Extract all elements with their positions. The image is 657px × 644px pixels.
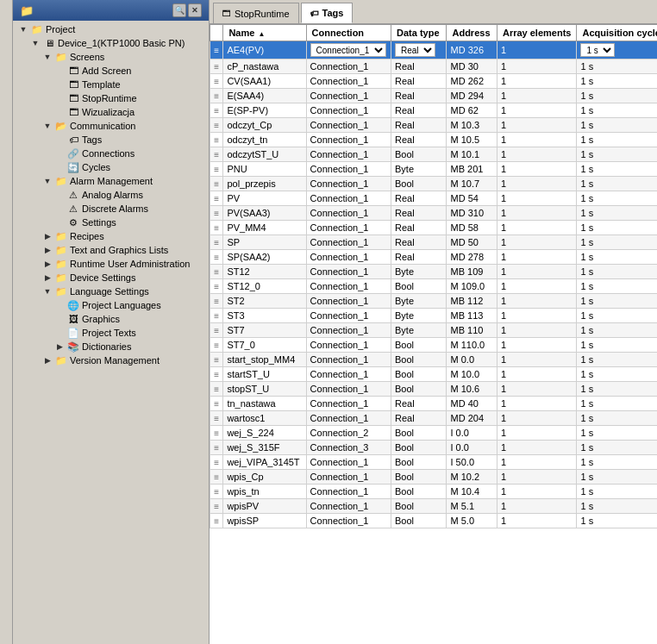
sidebar-item-template[interactable]: 🗔Template (13, 78, 209, 91)
table-row[interactable]: ≡wpisSPConnection_1BoolM 5.011 s (210, 514, 658, 528)
cell-acquisition-cycle: 1 s (577, 323, 657, 338)
table-row[interactable]: ≡wartosc1Connection_1RealMD 20411 s (210, 411, 658, 426)
sidebar-item-runtime-user-admin[interactable]: ▶📁Runtime User Administration (13, 257, 209, 271)
sidebar-item-project-texts[interactable]: 📄Project Texts (13, 326, 209, 340)
table-row[interactable]: ≡E(SAA4)Connection_1RealMD 29411 s (210, 89, 658, 103)
table-row[interactable]: ≡PVConnection_1RealMD 5411 s (210, 191, 658, 206)
col-header-connection[interactable]: Connection (306, 25, 391, 41)
table-row[interactable]: ≡wpis_tnConnection_1BoolM 10.411 s (210, 485, 658, 499)
sidebar-item-screens[interactable]: ▼📁Screens (13, 50, 209, 64)
table-row[interactable]: ≡pol_przepisConnection_1BoolM 10.711 s (210, 177, 658, 191)
cell-acquisition-cycle[interactable]: 1 s (577, 41, 657, 59)
expander-alarm-settings (53, 216, 66, 228)
sidebar-item-analog-alarms[interactable]: ⚠Analog Alarms (13, 188, 209, 202)
table-row[interactable]: ≡ST7_0Connection_1BoolM 110.011 s (210, 338, 658, 353)
table-row[interactable]: ≡stopST_UConnection_1BoolM 10.611 s (210, 382, 658, 397)
expander-language-settings[interactable]: ▼ (41, 285, 54, 297)
expander-dictionaries[interactable]: ▶ (53, 341, 66, 353)
expander-runtime-user-admin[interactable]: ▶ (41, 258, 54, 270)
sidebar-item-tags[interactable]: 🏷Tags (13, 133, 209, 147)
table-row[interactable]: ≡startST_UConnection_1BoolM 10.011 s (210, 367, 658, 382)
expander-device1[interactable]: ▼ (28, 37, 42, 49)
sidebar-item-language-settings[interactable]: ▼📁Language Settings (13, 284, 209, 298)
col-header-icon-col[interactable] (210, 25, 223, 41)
table-row[interactable]: ≡wej_S_315FConnection_3BoolI 0.011 s (210, 441, 658, 455)
sidebar-item-communication[interactable]: ▼📂Communication (13, 119, 209, 133)
table-row[interactable]: ≡odczyt_tnConnection_1RealM 10.511 s (210, 133, 658, 147)
table-row[interactable]: ≡PV(SAA3)Connection_1RealMD 31011 s (210, 206, 658, 221)
cell-connection[interactable]: Connection_1 (306, 41, 391, 59)
table-row[interactable]: ≡cP_nastawaConnection_1RealMD 3011 s (210, 59, 658, 74)
sidebar-item-alarm-settings[interactable]: ⚙Settings (13, 216, 209, 229)
table-row[interactable]: ≡wej_S_224Connection_2BoolI 0.011 s (210, 426, 658, 441)
cell-data-type[interactable]: Real (391, 41, 447, 59)
sidebar-item-stopruntime[interactable]: 🗔StopRuntime (13, 91, 209, 105)
sidebar-item-dictionaries[interactable]: ▶📚Dictionaries (13, 340, 209, 353)
table-row[interactable]: ≡AE4(PV)Connection_1RealMD 32611 s (210, 41, 658, 59)
sidebar-item-device-settings[interactable]: ▶📁Device Settings (13, 271, 209, 284)
col-header-data-type[interactable]: Data type (391, 25, 447, 41)
table-row[interactable]: ≡ST2Connection_1ByteMB 11211 s (210, 294, 658, 309)
tab-tags-tab[interactable]: 🏷Tags (301, 3, 354, 23)
table-row[interactable]: ≡wpis_CpConnection_1BoolM 10.211 s (210, 470, 658, 485)
sidebar-item-project-languages[interactable]: 🌐Project Languages (13, 298, 209, 312)
expander-text-graphics-lists[interactable]: ▶ (41, 244, 54, 256)
expander-version-management[interactable]: ▶ (41, 354, 54, 366)
table-row[interactable]: ≡wpisPVConnection_1BoolM 5.111 s (210, 499, 658, 514)
table-row[interactable]: ≡ST7Connection_1ByteMB 11011 s (210, 323, 658, 338)
cell-name: odczytST_U (223, 147, 306, 162)
table-row[interactable]: ≡SPConnection_1RealMD 5011 s (210, 235, 658, 250)
col-header-array-elements[interactable]: Array elements (497, 25, 577, 41)
col-header-address[interactable]: Address (447, 25, 497, 41)
sidebar-item-add-screen[interactable]: 🗔Add Screen (13, 64, 209, 78)
cell-array-elements: 1 (497, 426, 577, 441)
sidebar-item-cycles[interactable]: 🔄Cycles (13, 160, 209, 174)
sidebar-item-graphics[interactable]: 🖼Graphics (13, 312, 209, 326)
col-header-acquisition-cycle[interactable]: Acquisition cycle (577, 25, 657, 41)
sidebar-item-device1[interactable]: ▼🖥Device_1(KTP1000 Basic PN) (13, 36, 209, 50)
data-type-select[interactable]: Real (395, 43, 435, 57)
table-row[interactable]: ≡ST12_0Connection_1BoolM 109.011 s (210, 279, 658, 294)
table-row[interactable]: ≡odczyt_CpConnection_1RealM 10.311 s (210, 118, 658, 133)
expander-alarm-management[interactable]: ▼ (41, 175, 54, 187)
table-row[interactable]: ≡ST12Connection_1ByteMB 10911 s (210, 265, 658, 279)
acquisition-cycle-select[interactable]: 1 s (580, 43, 615, 57)
sidebar-item-wizualizacja[interactable]: 🗔Wizualizacja (13, 105, 209, 119)
row-icon: ≡ (210, 250, 223, 265)
expander-recipes[interactable]: ▶ (41, 230, 54, 242)
connection-select[interactable]: Connection_1 (310, 43, 386, 57)
table-row[interactable]: ≡wej_VIPA_3145TConnection_1BoolI 50.011 … (210, 455, 658, 470)
sidebar-search-button[interactable]: 🔍 (172, 3, 186, 17)
cell-data-type: Bool (391, 147, 447, 162)
expander-project-root[interactable]: ▼ (16, 23, 30, 35)
table-row[interactable]: ≡SP(SAA2)Connection_1RealMD 27811 s (210, 250, 658, 265)
sidebar-item-alarm-management[interactable]: ▼📁Alarm Management (13, 174, 209, 188)
table-row[interactable]: ≡ST3Connection_1ByteMB 11311 s (210, 309, 658, 323)
sidebar-close-button[interactable]: ✕ (188, 3, 202, 17)
cell-address: MD 204 (447, 411, 497, 426)
table-row[interactable]: ≡odczytST_UConnection_1BoolM 10.111 s (210, 147, 658, 162)
cell-data-type: Real (391, 191, 447, 206)
table-row[interactable]: ≡E(SP-PV)Connection_1RealMD 6211 s (210, 103, 658, 118)
cell-address: MB 112 (447, 294, 497, 309)
table-row[interactable]: ≡tn_nastawaConnection_1RealMD 4011 s (210, 397, 658, 411)
sidebar-item-project-root[interactable]: ▼📁Project (13, 22, 209, 36)
expander-screens[interactable]: ▼ (41, 51, 54, 63)
expander-device-settings[interactable]: ▶ (41, 272, 54, 284)
sidebar-item-connections[interactable]: 🔗Connections (13, 147, 209, 160)
table-container[interactable]: Name▲ConnectionData typeAddressArray ele… (210, 24, 657, 644)
cell-array-elements: 1 (497, 514, 577, 528)
table-row[interactable]: ≡PNUConnection_1ByteMB 20111 s (210, 162, 658, 177)
expander-communication[interactable]: ▼ (41, 120, 54, 132)
table-row[interactable]: ≡start_stop_MM4Connection_1BoolM 0.011 s (210, 353, 658, 367)
table-row[interactable]: ≡PV_MM4Connection_1RealMD 5811 s (210, 221, 658, 235)
sidebar-item-recipes[interactable]: ▶📁Recipes (13, 229, 209, 243)
sidebar-item-discrete-alarms[interactable]: ⚠Discrete Alarms (13, 202, 209, 216)
sidebar-item-text-graphics-lists[interactable]: ▶📁Text and Graphics Lists (13, 243, 209, 257)
cell-array-elements: 1 (497, 177, 577, 191)
tab-stopruntime-tab[interactable]: 🗔StopRuntime (213, 3, 299, 23)
col-header-name[interactable]: Name▲ (223, 25, 306, 41)
table-row[interactable]: ≡CV(SAA1)Connection_1RealMD 26211 s (210, 74, 658, 89)
cell-array-elements: 1 (497, 103, 577, 118)
sidebar-item-version-management[interactable]: ▶📁Version Management (13, 353, 209, 367)
